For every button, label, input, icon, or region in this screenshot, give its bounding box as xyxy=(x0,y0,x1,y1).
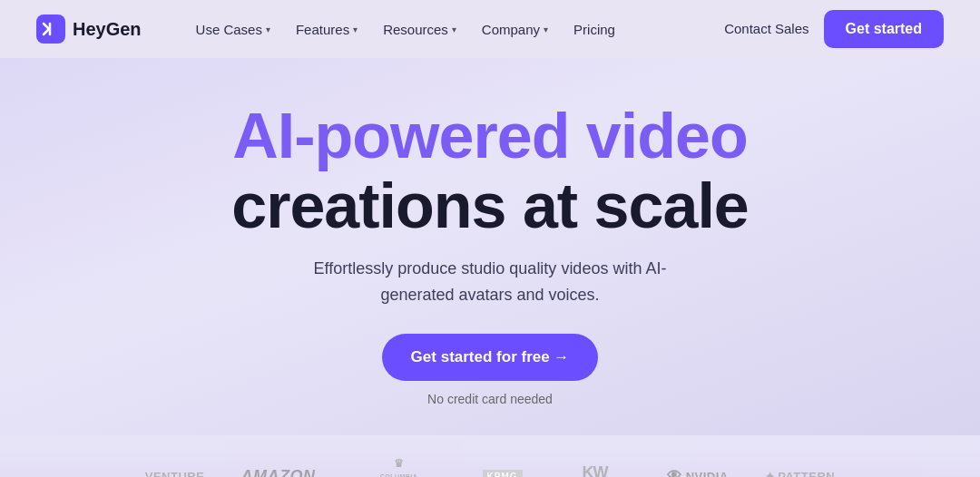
nav-resources[interactable]: Resources ▾ xyxy=(372,15,467,44)
nav-pricing[interactable]: Pricing xyxy=(563,15,626,44)
nav-use-cases-label: Use Cases xyxy=(196,22,262,37)
nav-company[interactable]: Company ▾ xyxy=(471,15,559,44)
hero-title-line2: creations at scale xyxy=(231,171,749,241)
logo-venture: venture xyxy=(145,470,205,477)
hero-cta-button[interactable]: Get started for free → xyxy=(382,334,599,381)
logo-columbia: ♛ COLUMBIAUNIVERSITYIN THE CITY OF NEW Y… xyxy=(351,457,446,477)
company-chevron-icon: ▾ xyxy=(544,24,548,34)
logo-kpmg: KPMG xyxy=(483,470,523,477)
logo-amazon: amazon xyxy=(240,467,315,477)
heygen-logo-icon xyxy=(36,15,65,44)
nav-pricing-label: Pricing xyxy=(573,22,615,37)
logo-nvidia: 👁 NVIDIA xyxy=(667,468,729,477)
nav-right: Contact Sales Get started xyxy=(724,10,944,48)
nav-company-label: Company xyxy=(482,22,540,37)
logos-bar: venture amazon ♛ COLUMBIAUNIVERSITYIN TH… xyxy=(0,435,980,477)
resources-chevron-icon: ▾ xyxy=(452,24,456,34)
nav-contact-label: Contact Sales xyxy=(724,21,808,36)
hero-footnote: No credit card needed xyxy=(427,392,553,406)
logo-text: HeyGen xyxy=(73,19,142,40)
hero-title: AI-powered video creations at scale xyxy=(231,102,749,241)
logo-link[interactable]: HeyGen xyxy=(36,15,142,44)
navbar: HeyGen Use Cases ▾ Features ▾ Resources … xyxy=(0,0,980,58)
logo-kw: kw KELLER WILLIAMS xyxy=(559,463,632,477)
nav-get-started-button[interactable]: Get started xyxy=(824,10,944,48)
nav-contact-sales[interactable]: Contact Sales xyxy=(724,20,808,38)
nav-resources-label: Resources xyxy=(383,22,448,37)
use-cases-chevron-icon: ▾ xyxy=(266,24,270,34)
features-chevron-icon: ▾ xyxy=(353,24,358,34)
nav-use-cases[interactable]: Use Cases ▾ xyxy=(185,15,281,44)
nav-links: Use Cases ▾ Features ▾ Resources ▾ Compa… xyxy=(185,15,725,44)
hero-subtitle: Effortlessly produce studio quality vide… xyxy=(309,256,671,308)
nav-features-label: Features xyxy=(296,22,349,37)
logo-pattern: ✦ pattern xyxy=(765,470,835,477)
nav-features[interactable]: Features ▾ xyxy=(285,15,368,44)
hero-section: AI-powered video creations at scale Effo… xyxy=(0,58,980,435)
hero-title-line1: AI-powered video xyxy=(231,102,749,171)
